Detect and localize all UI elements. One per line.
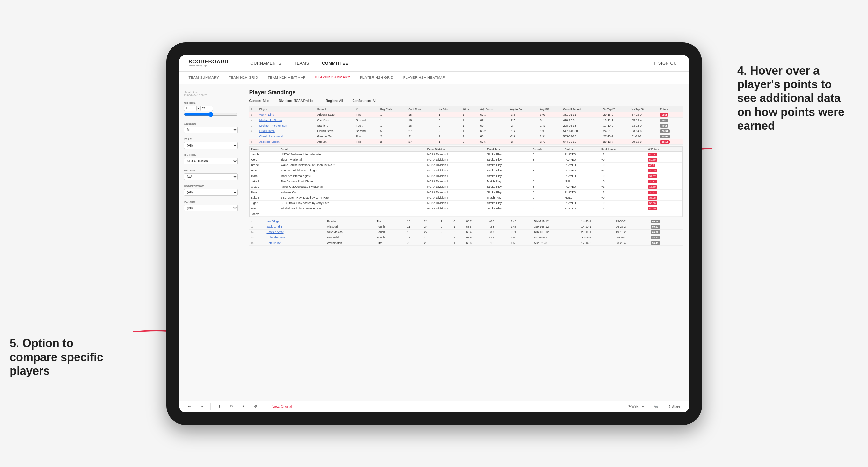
cell-points[interactable]: 60.02 bbox=[649, 229, 683, 235]
cell-points[interactable]: 58.18 bbox=[658, 139, 683, 145]
cell-adj-score: 68.6 bbox=[464, 240, 488, 245]
year-label: Year bbox=[184, 138, 238, 141]
cell-player[interactable]: Ian Gilligan bbox=[265, 219, 325, 224]
year-select[interactable]: (All) First Second Third Fourth Fifth bbox=[184, 142, 238, 149]
cell-points[interactable]: 68.54 bbox=[658, 128, 683, 133]
event-row: Luke I SEC Match Play hosted by Jerry Pa… bbox=[250, 195, 682, 200]
cell-points[interactable]: 60.27 bbox=[649, 224, 683, 229]
redo-button[interactable]: ↪ bbox=[198, 404, 206, 409]
nav-link-committee[interactable]: COMMITTEE bbox=[322, 61, 348, 66]
sub-nav-player-summary[interactable]: PLAYER SUMMARY bbox=[315, 75, 350, 80]
ev-cell-points[interactable]: 46.7 bbox=[647, 162, 682, 168]
ev-cell-points[interactable]: 35.98 bbox=[647, 195, 682, 200]
sign-out-link[interactable]: Sign out bbox=[658, 61, 680, 66]
ev-cell-points[interactable]: 46.40 bbox=[647, 206, 682, 211]
cell-player[interactable]: Jackson Kolson bbox=[258, 139, 316, 145]
no-rds-slider[interactable] bbox=[184, 112, 238, 117]
ev-cell-points[interactable]: 73.33 bbox=[647, 168, 682, 173]
table-row[interactable]: 25 Cole Sherwood Vanderbilt Fourth 12 23… bbox=[249, 235, 683, 240]
table-row[interactable]: 24 Bastien Amat New Mexico Fourth 1 27 2… bbox=[249, 229, 683, 235]
division-select[interactable]: NCAA Division I NCAA Division II NAIA bbox=[184, 158, 238, 164]
nav-link-teams[interactable]: TEAMS bbox=[294, 61, 309, 66]
ev-cell-points[interactable]: 40.64 bbox=[647, 151, 682, 157]
cell-player[interactable]: Christo Lamprecht bbox=[258, 133, 316, 139]
no-rds-max-input[interactable] bbox=[200, 106, 213, 111]
ev-cell-points[interactable]: 37.57 bbox=[647, 173, 682, 179]
ev-cell-points[interactable]: 16.50 bbox=[647, 184, 682, 189]
cell-rank: 4 bbox=[249, 128, 258, 133]
watch-button[interactable]: 👁 Watch ▼ bbox=[625, 404, 647, 409]
col-adj-score: Adj. Score bbox=[478, 106, 508, 112]
ev-cell-event: Williams Cup bbox=[279, 189, 426, 195]
cell-player[interactable]: Jack Lundin bbox=[265, 224, 325, 229]
event-row: Tochy 0 bbox=[250, 211, 682, 216]
cell-points[interactable]: 88.2 bbox=[658, 112, 683, 117]
cell-player[interactable]: Luke Claton bbox=[258, 128, 316, 133]
cell-points[interactable]: 70.2 bbox=[658, 123, 683, 128]
table-row[interactable]: 5 Christo Lamprecht Georgia Tech Fourth … bbox=[249, 133, 683, 139]
cell-player[interactable]: Cole Sherwood bbox=[265, 235, 325, 240]
comment-button[interactable]: 💬 bbox=[652, 404, 661, 409]
cell-points[interactable]: 60.58 bbox=[649, 219, 683, 224]
cell-reg-rank: 1 bbox=[405, 229, 422, 235]
ev-cell-type: Stroke Play bbox=[486, 162, 531, 168]
ev-cell-points[interactable] bbox=[647, 211, 682, 216]
copy-button[interactable]: ⧉ bbox=[228, 404, 235, 409]
ev-cell-rounds: 3 bbox=[531, 189, 563, 195]
no-rds-min-input[interactable] bbox=[184, 106, 197, 111]
ev-cell-points[interactable]: 56.38 bbox=[647, 200, 682, 206]
ev-cell-division: NCAA Division I bbox=[426, 162, 486, 168]
table-row[interactable]: 2 Michael La Sasso Ole Miss Second 1 18 … bbox=[249, 117, 683, 123]
view-original-button[interactable]: View: Original bbox=[270, 404, 294, 409]
cell-player[interactable]: Petr Hruby bbox=[265, 240, 325, 245]
cell-points[interactable]: 60.09 bbox=[658, 133, 683, 139]
cell-points[interactable]: 76.2 bbox=[658, 117, 683, 123]
conference-select[interactable]: (All) bbox=[184, 189, 238, 196]
ev-cell-points[interactable]: 53.60 bbox=[647, 157, 682, 162]
clock-button[interactable]: ⏱ bbox=[251, 404, 260, 409]
nav-link-tournaments[interactable]: TOURNAMENTS bbox=[248, 61, 281, 66]
undo-button[interactable]: ↩ bbox=[186, 404, 193, 409]
cell-avg-to-par: -2 bbox=[508, 123, 538, 128]
sub-nav-player-h2h-grid[interactable]: PLAYER H2H GRID bbox=[360, 75, 394, 80]
cell-reg-rank: 10 bbox=[405, 219, 422, 224]
table-row[interactable]: 23 Jack Lundin Missouri Fourth 11 24 0 1… bbox=[249, 224, 683, 229]
ev-cell-status: PLAYED bbox=[563, 173, 599, 179]
sub-nav-team-h2h-grid[interactable]: TEAM H2H GRID bbox=[228, 75, 258, 80]
sub-nav-player-h2h-heatmap[interactable]: PLAYER H2H HEATMAP bbox=[403, 75, 445, 80]
cell-no-rds: 2 bbox=[437, 128, 461, 133]
cell-conf-rank: 24 bbox=[422, 219, 439, 224]
ev-cell-rank-impact: +0 bbox=[599, 157, 647, 162]
cell-player[interactable]: Wenyi Ding bbox=[258, 112, 316, 117]
ev-cell-points[interactable]: 30.47 bbox=[647, 189, 682, 195]
cell-points[interactable]: 58.95 bbox=[649, 235, 683, 240]
cell-player[interactable]: Michael Thorbjornsen bbox=[258, 123, 316, 128]
table-row[interactable]: 6 Jackson Kolson Auburn First 2 27 1 2 6… bbox=[249, 139, 683, 145]
table-row[interactable]: 3 Michael Thorbjornsen Stanford Fourth 1… bbox=[249, 123, 683, 128]
table-row[interactable]: 26 Petr Hruby Washington Fifth 7 23 0 1 … bbox=[249, 240, 683, 245]
cell-adj-score: 67.1 bbox=[478, 117, 508, 123]
download-button[interactable]: ⬇ bbox=[216, 404, 223, 409]
sub-nav-team-h2h-heatmap[interactable]: TEAM H2H HEATMAP bbox=[268, 75, 306, 80]
cell-points[interactable]: 58.49 bbox=[649, 240, 683, 245]
gender-select[interactable]: Men Women All bbox=[184, 127, 238, 133]
cell-yr: First bbox=[354, 112, 378, 117]
gender-section: Gender Men Women All bbox=[184, 122, 238, 133]
event-row: Tiger SEC Stroke Play hosted by Jerry Pa… bbox=[250, 200, 682, 206]
cell-overall: 547-142-38 bbox=[562, 128, 602, 133]
table-row[interactable]: 4 Luke Claton Florida State Second 5 27 … bbox=[249, 128, 683, 133]
cell-player[interactable]: Bastien Amat bbox=[265, 229, 325, 235]
region-select[interactable]: N/A All bbox=[184, 174, 238, 180]
player-select[interactable]: (All) bbox=[184, 205, 238, 211]
ev-cell-points[interactable]: 24.11 bbox=[647, 179, 682, 184]
add-button[interactable]: + bbox=[240, 404, 247, 409]
cell-player[interactable]: Michael La Sasso bbox=[258, 117, 316, 123]
ev-cell-rounds: 0 bbox=[531, 195, 563, 200]
sub-nav-team-summary[interactable]: TEAM SUMMARY bbox=[189, 75, 219, 80]
share-button[interactable]: ⇡ Share bbox=[665, 404, 682, 409]
table-row[interactable]: 22 Ian Gilligan Florida Third 10 24 1 0 … bbox=[249, 219, 683, 224]
cell-rank: 2 bbox=[249, 117, 258, 123]
ev-cell-player: Gordi bbox=[250, 157, 279, 162]
table-row[interactable]: 1 Wenyi Ding Arizona State First 1 15 1 … bbox=[249, 112, 683, 117]
cell-conf-rank: 27 bbox=[407, 139, 437, 145]
